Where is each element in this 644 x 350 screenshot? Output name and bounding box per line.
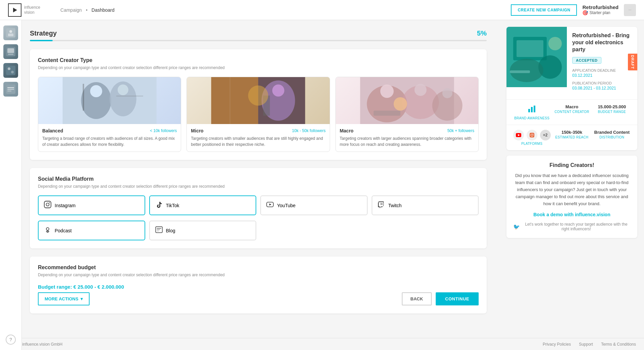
svg-rect-12 <box>7 89 14 90</box>
campaign-thumb-img <box>506 27 567 87</box>
avatar[interactable]: ··· <box>624 4 636 16</box>
bar-chart-icon <box>512 104 552 115</box>
sidebar-item-1[interactable] <box>3 25 18 40</box>
campaign-thumbnail <box>506 27 567 87</box>
sidebar-thumb-img-1 <box>6 28 15 38</box>
sidebar-item-2[interactable] <box>3 44 18 59</box>
creator-micro-desc: Targeting creators with smaller audience… <box>191 135 325 148</box>
progress-bar-container <box>30 40 487 41</box>
youtube-circle-icon <box>513 130 524 140</box>
stat-content-creator: Macro CONTENT CREATOR <box>552 104 592 120</box>
svg-point-17 <box>90 85 102 97</box>
svg-rect-3 <box>8 34 13 36</box>
svg-rect-38 <box>373 111 400 116</box>
creator-card-macro[interactable]: Macro 50k + followers Targeting creators… <box>335 77 479 152</box>
svg-point-9 <box>11 71 14 73</box>
actions-right: BACK CONTINUE <box>402 292 479 305</box>
back-button[interactable]: BACK <box>402 292 432 305</box>
strategy-title: Strategy <box>30 30 57 37</box>
social-platform-desc: Depending on your campaign type and cont… <box>38 184 479 189</box>
distribution-stat: Branded Content DISTRIBUTION <box>592 130 632 145</box>
platform-youtube-label: YouTube <box>277 203 296 208</box>
svg-point-39 <box>393 97 407 111</box>
sidebar-help-button[interactable]: ? <box>6 335 16 338</box>
platforms-icons: +2 <box>512 130 552 140</box>
logo[interactable]: influence vision <box>8 3 40 17</box>
actions-bar: MORE ACTIONS ▾ BACK CONTINUE <box>38 292 479 305</box>
creator-card-micro[interactable]: Micro 10k - 50k followers Targeting crea… <box>186 77 330 152</box>
header: influence vision Campaign • Dashboard CR… <box>0 0 644 20</box>
brand-awareness-label: BRAND AWARENESS <box>512 116 552 120</box>
platforms-label: PLATFORMS <box>512 142 552 145</box>
finding-footer-icon: 🐦 <box>513 224 520 230</box>
create-campaign-button[interactable]: CREATE NEW CAMPAIGN <box>511 4 577 16</box>
strategy-percent: 5% <box>477 30 487 37</box>
nav-campaign[interactable]: Campaign <box>60 7 82 13</box>
svg-rect-6 <box>8 54 13 55</box>
logo-sub: vision <box>24 10 40 15</box>
platform-instagram-label: Instagram <box>55 203 75 208</box>
svg-rect-40 <box>44 201 51 208</box>
platform-podcast[interactable]: Podcast <box>38 221 145 240</box>
content-creator-value: Macro <box>552 104 592 109</box>
creator-micro-name: Micro <box>191 128 203 133</box>
starter-plan: 🎯 Starter plan <box>582 10 619 15</box>
svg-rect-55 <box>517 40 543 57</box>
reach-value: 150k-350k <box>552 130 592 135</box>
publication-period-label: PUBLICATION PERIOD <box>572 81 632 85</box>
podcast-icon <box>44 226 51 235</box>
svg-rect-7 <box>6 66 15 75</box>
svg-rect-62 <box>534 106 535 112</box>
finding-creators-card: Finding Creators! Did you know that we h… <box>506 156 637 238</box>
creator-macro-followers: 50k + followers <box>447 128 474 133</box>
creator-card-body-micro: Micro 10k - 50k followers Targeting crea… <box>187 124 329 152</box>
sidebar-item-4[interactable] <box>3 82 18 97</box>
publication-period: 03.08.2021 - 03.12.2021 <box>572 86 632 91</box>
sidebar-thumb-img-2 <box>6 47 15 56</box>
stat-brand-awareness: BRAND AWARENESS <box>512 104 552 120</box>
more-actions-chevron-icon: ▾ <box>80 296 83 301</box>
nav: Campaign • Dashboard <box>60 7 511 13</box>
budget-title: Recommended budget <box>38 265 479 271</box>
logo-text: influence vision <box>24 5 40 15</box>
distribution-value: Branded Content <box>592 130 632 135</box>
creator-img-balanced <box>38 77 181 124</box>
creator-balanced-name: Balanced <box>42 128 63 133</box>
creator-card-balanced[interactable]: Balanced < 10k followers Targeting a bro… <box>38 77 181 152</box>
platform-twitch[interactable]: Twitch <box>372 195 479 215</box>
svg-point-18 <box>118 84 128 95</box>
platform-youtube[interactable]: YouTube <box>260 195 368 215</box>
budget-desc: Depending on your campaign type and cont… <box>38 273 479 277</box>
svg-marker-44 <box>269 203 271 206</box>
svg-point-37 <box>442 88 452 98</box>
creator-img-micro <box>187 77 329 124</box>
instagram-icon <box>44 201 51 210</box>
book-demo-link[interactable]: Book a demo with influence.vision <box>513 212 631 217</box>
creator-macro-desc: Targeting creators with larger audiences… <box>340 135 474 148</box>
sidebar: ? <box>0 20 22 338</box>
nav-dashboard[interactable]: Dashboard <box>92 7 115 13</box>
svg-point-42 <box>49 202 50 203</box>
creator-type-title: Content Creator Type <box>38 57 479 63</box>
creator-card-header-micro: Micro 10k - 50k followers <box>191 128 325 133</box>
creator-balanced-desc: Targeting a broad range of creators with… <box>42 135 177 148</box>
finding-creators-footer: 🐦 Let's work together to reach your targ… <box>513 222 631 231</box>
platform-tiktok[interactable]: TikTok <box>149 195 257 215</box>
creator-type-desc: Depending on your campaign type and cont… <box>38 65 479 70</box>
platform-instagram[interactable]: Instagram <box>38 195 145 215</box>
sidebar-thumb-img-4 <box>6 84 15 94</box>
more-actions-button[interactable]: MORE ACTIONS ▾ <box>38 292 90 305</box>
blog-icon <box>155 226 163 235</box>
svg-rect-11 <box>7 87 14 88</box>
platform-blog[interactable]: Blog <box>149 221 257 240</box>
creator-card-header-macro: Macro 50k + followers <box>340 128 474 133</box>
continue-button[interactable]: CONTINUE <box>436 292 479 305</box>
creator-img-micro-svg <box>187 77 329 124</box>
content-area: Strategy 5% Content Creator Type Dependi… <box>30 30 487 313</box>
svg-rect-46 <box>382 203 382 205</box>
platforms-grid: Instagram TikTok <box>38 195 479 215</box>
youtube-icon <box>266 201 274 210</box>
sidebar-item-3[interactable] <box>3 63 18 78</box>
campaign-platforms-row: +2 PLATFORMS 150k-350k ESTIMATED REACH B… <box>506 125 637 150</box>
strategy-header: Strategy 5% <box>30 30 487 37</box>
